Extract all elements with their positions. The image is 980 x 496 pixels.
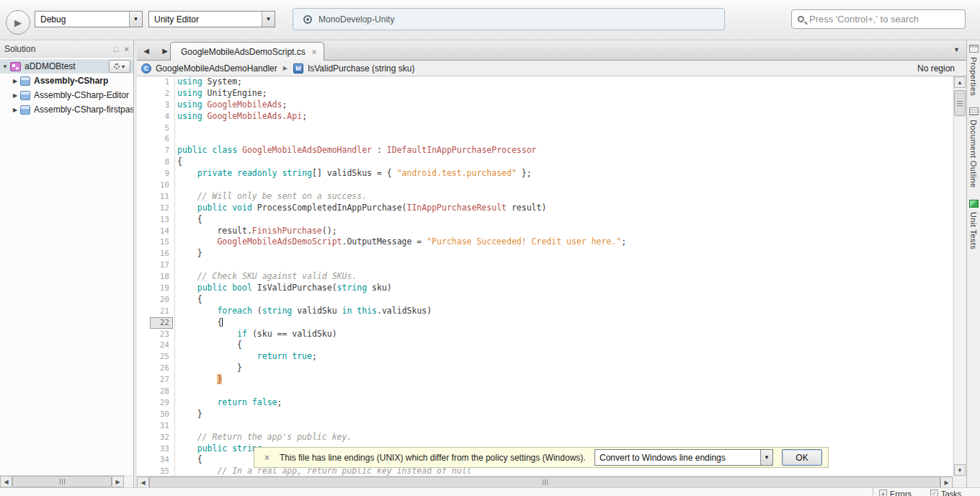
line-number[interactable]: 9 — [150, 168, 173, 180]
scroll-left-icon[interactable]: ◀ — [137, 477, 149, 488]
code-line[interactable]: 21 foreach (string validSku in this.vali… — [137, 306, 953, 317]
line-number[interactable]: 8 — [150, 156, 173, 168]
run-button[interactable]: ▶ — [6, 10, 30, 35]
tab-close-icon[interactable]: × — [312, 48, 316, 56]
scrollbar-thumb[interactable] — [149, 477, 940, 488]
code-line[interactable]: 9 private readonly string[] validSkus = … — [137, 168, 953, 180]
code-line[interactable]: 11 // Will only be sent on a success. — [137, 191, 953, 203]
dock-window-icon[interactable]: □ — [114, 45, 119, 53]
scroll-right-icon[interactable]: ▶ — [112, 476, 124, 487]
line-number[interactable]: 5 — [150, 123, 173, 134]
code-line[interactable]: 6 — [137, 133, 953, 145]
code-line[interactable]: 1using System; — [137, 76, 953, 88]
code-line[interactable]: 19 public bool IsValidPurchase(string sk… — [137, 283, 953, 294]
global-search[interactable] — [791, 9, 966, 29]
line-number[interactable]: 21 — [150, 306, 173, 317]
line-number[interactable]: 20 — [150, 294, 173, 306]
code-line[interactable]: 4using GoogleMobileAds.Api; — [137, 111, 953, 123]
code-editor[interactable]: 1using System;2using UnityEngine;3using … — [137, 76, 953, 476]
code-line[interactable]: 28 — [137, 386, 953, 397]
solution-options-button[interactable]: ▼ — [109, 60, 130, 73]
breadcrumb-member[interactable]: IsValidPurchase (string sku) — [308, 63, 415, 74]
tab-list-menu-icon[interactable]: ▼ — [953, 46, 960, 53]
configuration-dropdown[interactable]: Debug ▼ — [35, 11, 143, 27]
dock-tab-tasks[interactable]: ✓ Tasks — [930, 488, 961, 496]
code-line[interactable]: 5 — [137, 123, 953, 134]
dock-tab-unit-tests[interactable]: Unit Tests — [969, 200, 979, 249]
line-number[interactable]: 16 — [150, 248, 173, 260]
tab-nav-back-icon[interactable]: ◀ — [140, 43, 153, 58]
dock-tab-properties[interactable]: Properties — [969, 45, 979, 96]
code-line[interactable]: 18 // Check SKU against valid SKUs. — [137, 271, 953, 283]
line-number[interactable]: 2 — [150, 88, 173, 99]
line-number[interactable]: 7 — [150, 145, 173, 156]
line-number[interactable]: 27 — [150, 374, 173, 386]
document-tab[interactable]: GoogleMobileAdsDemoScript.cs × — [170, 42, 324, 61]
line-number[interactable]: 15 — [150, 236, 173, 248]
scrollbar-thumb[interactable] — [954, 90, 966, 116]
code-line[interactable]: 29 return false; — [137, 397, 953, 409]
line-number[interactable]: 32 — [150, 432, 173, 443]
line-number[interactable]: 35 — [150, 466, 173, 476]
chevron-down-icon[interactable]: ▼ — [760, 450, 772, 465]
line-number[interactable]: 29 — [150, 397, 173, 409]
line-number[interactable]: 30 — [150, 409, 173, 420]
line-number[interactable]: 1 — [150, 76, 173, 88]
line-number[interactable]: 14 — [150, 226, 173, 237]
line-number[interactable]: 4 — [150, 111, 173, 123]
code-line[interactable]: 13 { — [137, 214, 953, 226]
scroll-up-icon[interactable]: ▲ — [954, 76, 966, 88]
line-number[interactable]: 22 — [150, 317, 173, 329]
code-line[interactable]: 26 } — [137, 363, 953, 374]
code-line[interactable]: 24 { — [137, 340, 953, 351]
code-line[interactable]: 20 { — [137, 294, 953, 306]
line-number[interactable]: 23 — [150, 329, 173, 340]
dock-tab-document-outline[interactable]: Document Outline — [969, 107, 979, 187]
expand-icon[interactable]: ▶ — [10, 92, 20, 99]
line-number[interactable]: 18 — [150, 271, 173, 283]
run-target-dropdown[interactable]: Unity Editor ▼ — [148, 11, 275, 27]
code-line[interactable]: 27 } — [137, 374, 953, 386]
line-number[interactable]: 33 — [150, 443, 173, 455]
code-line[interactable]: 2using UnityEngine; — [137, 88, 953, 99]
editor-horizontal-scrollbar[interactable]: ◀ ▶ — [137, 476, 953, 487]
line-number[interactable]: 19 — [150, 283, 173, 294]
scroll-right-icon[interactable]: ▶ — [940, 477, 953, 488]
scrollbar-thumb[interactable] — [12, 476, 112, 487]
line-number[interactable]: 25 — [150, 351, 173, 363]
tree-item-solution[interactable]: ▼ aDDMOBtest ▼ — [0, 59, 133, 74]
code-line[interactable]: 14 result.FinishPurchase(); — [137, 226, 953, 237]
search-input[interactable] — [809, 14, 953, 25]
editor-vertical-scrollbar[interactable]: ▲ ▼ — [953, 76, 966, 476]
code-line[interactable]: 8{ — [137, 156, 953, 168]
code-line[interactable]: 32 // Return the app's public key. — [137, 432, 953, 443]
line-number[interactable]: 3 — [150, 99, 173, 111]
chevron-down-icon[interactable]: ▼ — [262, 12, 275, 27]
line-number[interactable]: 12 — [150, 203, 173, 214]
close-icon[interactable]: × — [125, 45, 129, 53]
tree-item-project[interactable]: ▶ Assembly-CSharp — [0, 74, 133, 88]
expand-icon[interactable]: ▶ — [10, 107, 20, 113]
line-endings-action-dropdown[interactable]: Convert to Windows line endings ▼ — [594, 449, 773, 466]
line-number[interactable]: 11 — [150, 191, 173, 203]
line-number[interactable]: 31 — [150, 420, 173, 432]
code-line[interactable]: 23 if (sku == validSku) — [137, 329, 953, 340]
code-line[interactable]: 30 } — [137, 409, 953, 420]
chevron-down-icon[interactable]: ▼ — [129, 12, 142, 27]
ok-button[interactable]: OK — [782, 449, 822, 466]
scroll-left-icon[interactable]: ◀ — [0, 476, 12, 487]
scroll-down-icon[interactable]: ▼ — [954, 464, 966, 476]
tree-item-project[interactable]: ▶ Assembly-CSharp-firstpas — [0, 102, 133, 117]
line-number[interactable]: 28 — [150, 386, 173, 397]
code-line[interactable]: 31 — [137, 420, 953, 432]
dock-tab-errors[interactable]: ▲ Errors — [879, 488, 912, 496]
line-number[interactable]: 10 — [150, 180, 173, 191]
code-line[interactable]: 22 { — [137, 317, 953, 329]
code-line[interactable]: 12 public void ProcessCompletedInAppPurc… — [137, 203, 953, 214]
solution-horizontal-scrollbar[interactable]: ◀ ▶ — [0, 475, 133, 487]
line-number[interactable]: 13 — [150, 214, 173, 226]
line-number[interactable]: 34 — [150, 454, 173, 466]
line-number[interactable]: 6 — [150, 133, 173, 145]
line-number[interactable]: 26 — [150, 363, 173, 374]
code-line[interactable]: 7public class GoogleMobileAdsDemoHandler… — [137, 145, 953, 156]
